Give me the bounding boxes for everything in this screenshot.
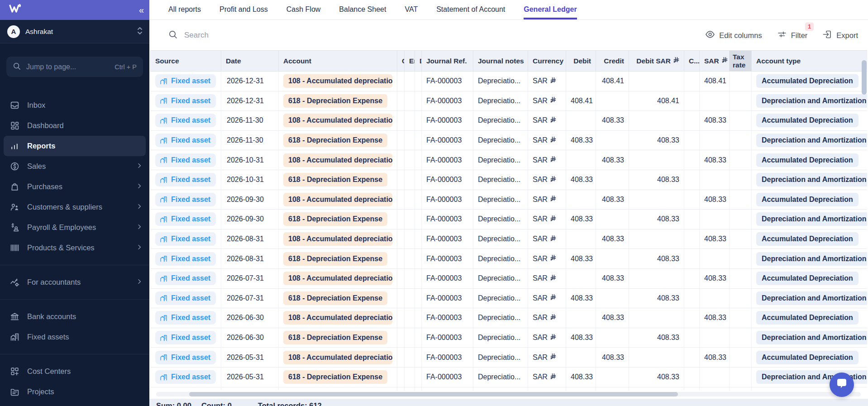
table-row[interactable]: Fixed asset 2026-11-30 618 - Depreciatio… [151,130,868,150]
chevron-right-icon [136,162,143,171]
tab-cash-flow[interactable]: Cash Flow [286,0,321,19]
col-header-d[interactable]: D [415,51,422,72]
col-header-debit-sar[interactable]: Debit SAR [629,51,684,72]
table-search[interactable] [168,30,705,41]
col-header-journal-notes[interactable]: Journal notes [473,51,528,72]
general-ledger-table: Source Date Account C Er D Journal Ref. … [150,50,867,390]
sidebar-item-sales[interactable]: Sales [0,156,149,177]
account-cell: 618 - Depreciation Expense [279,91,397,111]
col-header-source[interactable]: Source [151,51,221,72]
journal-ref-cell: FA-000003 [422,91,473,111]
table-row[interactable]: Fixed asset 2026-12-31 618 - Depreciatio… [151,91,868,111]
tab-general-ledger[interactable]: General Ledger [524,0,577,19]
debit-cell: 408.33 [566,170,596,190]
table-row[interactable]: Fixed asset 2026-10-31 618 - Depreciatio… [151,170,868,190]
journal-notes-cell: Depreciatio... [473,130,528,150]
jump-to-page-search[interactable]: Ctrl + P [6,57,143,77]
credit-cell: 408.33 [596,348,629,368]
debit-sar-cell [629,308,684,328]
edit-columns-button[interactable]: Edit columns [705,29,762,41]
date-cell: 2026-08-31 [221,229,279,249]
debit-cell [566,190,596,210]
table-row[interactable]: Fixed asset 2026-09-30 618 - Depreciatio… [151,210,868,229]
tab-all-reports[interactable]: All reports [168,0,201,19]
sidebar-item-products-services[interactable]: Products & Services [0,238,149,258]
debit-sar-cell [629,229,684,249]
sidebar-item-payroll-employees[interactable]: Payroll & Employees [0,217,149,238]
sidebar-item-projects[interactable]: Projects [0,382,149,402]
table-row[interactable]: Fixed asset 2026-07-31 618 - Depreciatio… [151,288,868,308]
chat-widget-button[interactable] [830,373,854,397]
tab-profit-and-loss[interactable]: Profit and Loss [219,0,268,19]
credit-cell [596,91,629,111]
account-type-cell: Depreciation and Amortization [752,328,868,348]
col-header-account-type[interactable]: Account type [752,51,868,72]
export-button[interactable]: Export [822,29,858,41]
table-row[interactable]: Fixed asset 2026-06-30 108 - Accumulated… [151,308,868,328]
col-header-journal-ref[interactable]: Journal Ref. [422,51,473,72]
date-cell: 2026-10-31 [221,170,279,190]
sidebar-item-cost-centers[interactable]: Cost Centers [0,361,149,382]
debit-cell: 408.41 [566,91,596,111]
col-header-credit[interactable]: Credit [596,51,629,72]
col-header-account[interactable]: Account [279,51,397,72]
tab-balance-sheet[interactable]: Balance Sheet [339,0,386,19]
vertical-scrollbar-thumb[interactable] [862,60,867,95]
col-header-c[interactable]: C [397,51,405,72]
col-header-c-truncated[interactable]: C... [684,51,700,72]
tab-vat[interactable]: VAT [405,0,418,19]
journal-notes-cell: Depreciatio... [473,367,528,387]
wafeq-logo-icon [8,3,22,17]
journal-notes-cell: Depreciatio... [473,150,528,170]
jump-to-page-input[interactable] [26,63,114,71]
account-switcher[interactable]: A Ashrakat [0,20,149,43]
col-header-currency[interactable]: Currency [528,51,566,72]
sidebar-item-inbox[interactable]: Inbox [0,95,149,115]
sidebar-item-reports[interactable]: Reports [4,136,146,156]
debit-sar-cell: 408.33 [629,288,684,308]
table-row[interactable]: Fixed asset 2026-08-31 108 - Accumulated… [151,229,868,249]
table-row[interactable]: Fixed asset 2026-05-31 108 - Accumulated… [151,348,868,368]
currency-cell: SAR [528,387,566,390]
main-content: All reports Profit and Loss Cash Flow Ba… [149,0,868,406]
table-row[interactable]: Fixed asset 2026-11-30 108 - Accumulated… [151,111,868,131]
horizontal-scrollbar-thumb[interactable] [189,392,678,396]
credit-sar-cell [700,210,730,229]
journal-notes-cell: Depreciatio... [473,348,528,368]
table-search-input[interactable] [184,31,365,40]
horizontal-scrollbar[interactable] [156,392,861,396]
col-header-date[interactable]: Date [221,51,279,72]
tab-statement-of-account[interactable]: Statement of Account [436,0,505,19]
sidebar-item-dashboard[interactable]: Dashboard [0,115,149,136]
table-row[interactable]: Fixed asset 2026-07-31 108 - Accumulated… [151,268,868,288]
col-header-credit-sar[interactable]: SAR [700,51,730,72]
sidebar-item-for-accountants[interactable]: For accountants [0,272,149,292]
table-row[interactable]: Fixed asset 2026-10-31 108 - Accumulated… [151,150,868,170]
chevron-updown-icon[interactable] [137,26,143,37]
table-row[interactable]: Fixed asset 2026-04-30 108 - Accumulated… [151,387,868,390]
col-header-er[interactable]: Er [405,51,415,72]
account-cell: 618 - Depreciation Expense [279,249,397,269]
account-type-chip: Depreciation and Amortization [756,94,867,108]
sidebar-item-bank-accounts[interactable]: Bank accounts [0,306,149,327]
debit-sar-cell [629,111,684,131]
debit-sar-cell: 408.33 [629,367,684,387]
col-header-tax-rate[interactable]: Tax rate [730,51,752,72]
sidebar-item-fixed-assets[interactable]: Fixed assets [0,327,149,347]
filter-button[interactable]: Filter 1 [777,29,808,41]
account-type-cell: Accumulated Depreciation [752,308,868,328]
table-row[interactable]: Fixed asset 2026-12-31 108 - Accumulated… [151,72,868,91]
table-row[interactable]: Fixed asset 2026-09-30 108 - Accumulated… [151,190,868,210]
col-header-debit[interactable]: Debit [566,51,596,72]
debit-sar-cell [629,387,684,390]
date-cell: 2026-06-30 [221,328,279,348]
sidebar-item-customers-suppliers[interactable]: Customers & suppliers [0,197,149,217]
table-row[interactable]: Fixed asset 2026-08-31 618 - Depreciatio… [151,249,868,269]
sidebar-collapse-button[interactable]: « [139,5,143,15]
account-chip: 108 - Accumulated depreciation [283,153,392,167]
table-row[interactable]: Fixed asset 2026-06-30 618 - Depreciatio… [151,328,868,348]
table-row[interactable]: Fixed asset 2026-05-31 618 - Depreciatio… [151,367,868,387]
sidebar-item-purchases[interactable]: Purchases [0,177,149,197]
debit-sar-cell [629,268,684,288]
riyal-symbol-icon [722,57,728,65]
